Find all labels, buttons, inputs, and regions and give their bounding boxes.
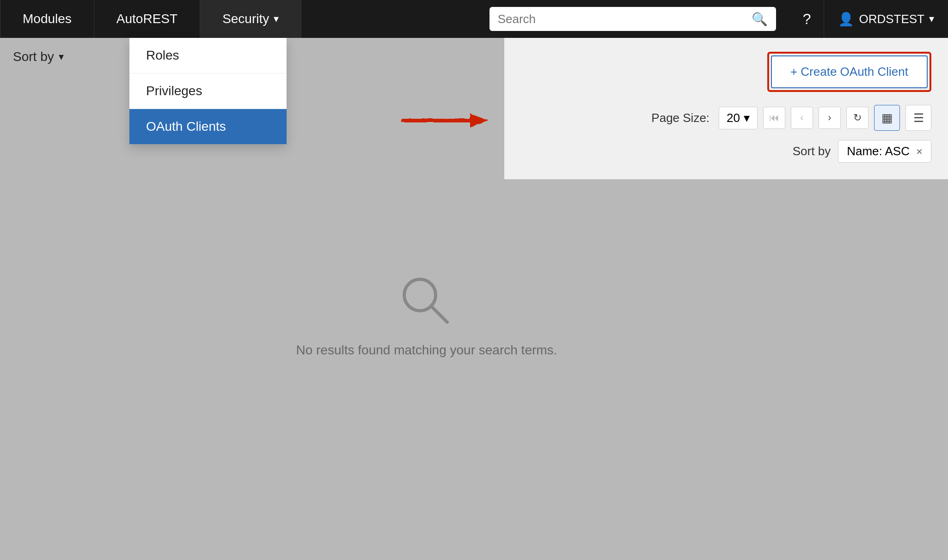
svg-line-3 [431,306,447,322]
nav-security[interactable]: Security ▾ [200,0,301,38]
dropdown-oauth-clients[interactable]: OAuth Clients [129,109,287,144]
page-size-label: Page Size: [651,111,709,125]
create-button-row: + Create OAuth Client [521,52,931,92]
user-chevron-icon: ▾ [929,13,934,25]
nav-user-menu[interactable]: 👤 ORDSTEST ▾ [824,0,948,38]
search-icon: 🔍 [752,12,768,27]
next-page-button[interactable]: › [819,107,841,129]
red-arrow [398,106,490,134]
pagination-row: Page Size: 20 ▾ ⏮ ‹ › ↻ ▦ ☰ [521,105,931,131]
sort-tag: Name: ASC × [838,140,931,163]
prev-page-button[interactable]: ‹ [791,107,813,129]
create-btn-highlight: + Create OAuth Client [767,52,931,92]
table-view-button[interactable]: ☰ [905,105,931,131]
empty-search-icon [399,274,454,329]
user-label: ORDSTEST [859,12,924,26]
search-input[interactable] [498,12,747,26]
toolbar-panel: + Create OAuth Client Page Size: 20 ▾ ⏮ … [504,38,948,179]
card-view-button[interactable]: ▦ [874,105,900,131]
help-icon: ? [803,11,811,28]
create-oauth-client-button[interactable]: + Create OAuth Client [771,55,928,88]
search-bar-container: 🔍 [489,7,776,31]
create-button-label: + Create OAuth Client [790,65,908,79]
user-icon: 👤 [838,12,854,27]
nav-modules[interactable]: Modules [0,0,94,38]
security-chevron-icon: ▾ [274,13,279,25]
sort-value-label: Name: ASC [847,144,910,158]
modules-label: Modules [23,12,72,26]
page-size-value: 20 [727,111,740,125]
page-size-chevron-icon: ▾ [744,111,750,125]
nav-autorest[interactable]: AutoREST [94,0,200,38]
empty-state: No results found matching your search te… [296,274,557,358]
sort-clear-button[interactable]: × [916,145,923,158]
security-dropdown: Roles Privileges OAuth Clients [129,38,287,144]
empty-state-message: No results found matching your search te… [296,343,557,358]
dropdown-roles[interactable]: Roles [129,38,287,73]
sort-by-label: Sort by [13,49,54,64]
refresh-button[interactable]: ↻ [846,107,868,129]
first-page-button[interactable]: ⏮ [763,107,785,129]
svg-marker-1 [470,113,488,127]
autorest-label: AutoREST [116,12,177,26]
sort-by-right-label: Sort by [793,144,831,158]
page-size-select[interactable]: 20 ▾ [719,107,758,129]
nav-help-button[interactable]: ? [790,0,824,38]
sort-chevron-icon[interactable]: ▾ [59,51,64,63]
dropdown-privileges[interactable]: Privileges [129,73,287,109]
sort-row: Sort by Name: ASC × [521,140,931,163]
navbar: Modules AutoREST Security ▾ 🔍 ? 👤 ORDSTE… [0,0,948,38]
security-label: Security [222,12,269,26]
